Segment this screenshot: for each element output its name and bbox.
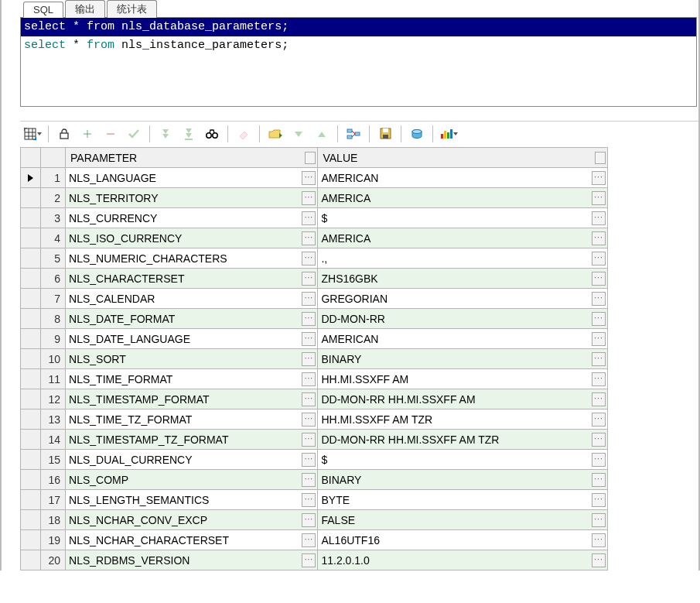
grid-header-value[interactable]: VALUE — [318, 148, 608, 168]
cell-parameter[interactable]: NLS_CHARACTERSET··· — [66, 269, 318, 289]
row-marker[interactable] — [21, 208, 41, 228]
table-row[interactable]: 20NLS_RDBMS_VERSION···11.2.0.1.0··· — [21, 550, 608, 570]
cell-parameter[interactable]: NLS_DATE_LANGUAGE··· — [66, 329, 318, 349]
cell-editor-button[interactable]: ··· — [592, 513, 606, 527]
cell-parameter[interactable]: NLS_SORT··· — [66, 349, 318, 369]
cell-editor-button[interactable]: ··· — [592, 292, 606, 306]
grid-header-parameter[interactable]: PARAMETER — [66, 148, 318, 168]
cell-editor-button[interactable]: ··· — [302, 252, 316, 266]
row-marker[interactable] — [21, 430, 41, 450]
cell-value[interactable]: BYTE··· — [318, 490, 608, 510]
cell-editor-button[interactable]: ··· — [302, 352, 316, 366]
cell-parameter[interactable]: NLS_NUMERIC_CHARACTERS··· — [66, 248, 318, 269]
cell-editor-button[interactable]: ··· — [592, 352, 606, 366]
refresh-button[interactable] — [406, 124, 428, 144]
cell-editor-button[interactable]: ··· — [592, 252, 606, 266]
cell-editor-button[interactable]: ··· — [592, 533, 606, 547]
cell-parameter[interactable]: NLS_LANGUAGE··· — [66, 168, 318, 188]
cell-parameter[interactable]: NLS_TIME_FORMAT··· — [66, 369, 318, 389]
cell-editor-button[interactable]: ··· — [592, 272, 606, 286]
cell-value[interactable]: $··· — [318, 450, 608, 470]
tab-stats[interactable]: 统计表 — [107, 0, 157, 18]
cell-editor-button[interactable]: ··· — [592, 493, 606, 507]
cell-parameter[interactable]: NLS_LENGTH_SEMANTICS··· — [66, 490, 318, 510]
column-resize-handle[interactable] — [305, 152, 316, 164]
cell-editor-button[interactable]: ··· — [302, 171, 316, 185]
cell-value[interactable]: 11.2.0.1.0··· — [318, 550, 608, 570]
cell-parameter[interactable]: NLS_DUAL_CURRENCY··· — [66, 450, 318, 470]
row-marker[interactable] — [21, 490, 41, 510]
fetch-next-button[interactable] — [155, 124, 176, 144]
linked-query-button[interactable] — [343, 124, 364, 144]
row-marker[interactable] — [21, 409, 41, 430]
cell-value[interactable]: BINARY··· — [318, 349, 608, 369]
row-marker[interactable] — [21, 168, 41, 188]
cell-parameter[interactable]: NLS_NCHAR_CHARACTERSET··· — [66, 530, 318, 550]
cell-editor-button[interactable]: ··· — [302, 553, 316, 567]
table-row[interactable]: 10NLS_SORT···BINARY··· — [21, 349, 608, 369]
cell-parameter[interactable]: NLS_DATE_FORMAT··· — [66, 309, 318, 329]
cell-editor-button[interactable]: ··· — [592, 211, 606, 225]
clear-button[interactable] — [233, 124, 254, 144]
row-marker[interactable] — [21, 550, 41, 570]
cell-editor-button[interactable]: ··· — [592, 332, 606, 346]
cell-parameter[interactable]: NLS_TIME_TZ_FORMAT··· — [66, 409, 318, 430]
cell-value[interactable]: DD-MON-RR··· — [318, 309, 608, 329]
cell-editor-button[interactable]: ··· — [592, 433, 606, 447]
cell-editor-button[interactable]: ··· — [302, 292, 316, 306]
table-row[interactable]: 19NLS_NCHAR_CHARACTERSET···AL16UTF16··· — [21, 530, 608, 550]
cell-value[interactable]: GREGORIAN··· — [318, 289, 608, 309]
row-marker[interactable] — [21, 530, 41, 550]
cell-value[interactable]: AMERICA··· — [318, 188, 608, 208]
cell-editor-button[interactable]: ··· — [302, 332, 316, 346]
table-row[interactable]: 7NLS_CALENDAR···GREGORIAN··· — [21, 289, 608, 309]
column-resize-handle[interactable] — [595, 152, 606, 164]
cell-editor-button[interactable]: ··· — [302, 312, 316, 326]
tab-output[interactable]: 输出 — [65, 0, 105, 18]
cell-editor-button[interactable]: ··· — [302, 473, 316, 487]
row-marker[interactable] — [21, 228, 41, 248]
table-row[interactable]: 6NLS_CHARACTERSET···ZHS16GBK··· — [21, 269, 608, 289]
cell-parameter[interactable]: NLS_CALENDAR··· — [66, 289, 318, 309]
cell-editor-button[interactable]: ··· — [302, 231, 316, 245]
row-marker[interactable] — [21, 389, 41, 409]
cell-editor-button[interactable]: ··· — [592, 191, 606, 205]
cell-editor-button[interactable]: ··· — [592, 231, 606, 245]
find-button[interactable] — [201, 124, 223, 144]
sql-editor[interactable]: select * from nls_database_parameters; s… — [20, 17, 697, 107]
cell-parameter[interactable]: NLS_COMP··· — [66, 470, 318, 490]
cell-parameter[interactable]: NLS_NCHAR_CONV_EXCP··· — [66, 510, 318, 530]
cell-editor-button[interactable]: ··· — [592, 171, 606, 185]
sql-line-1[interactable]: select * from nls_database_parameters; — [21, 18, 696, 36]
query-by-example-button[interactable] — [265, 124, 286, 144]
table-row[interactable]: 14NLS_TIMESTAMP_TZ_FORMAT···DD-MON-RR HH… — [21, 430, 608, 450]
cell-parameter[interactable]: NLS_TIMESTAMP_TZ_FORMAT··· — [66, 430, 318, 450]
table-row[interactable]: 8NLS_DATE_FORMAT···DD-MON-RR··· — [21, 309, 608, 329]
row-marker[interactable] — [21, 269, 41, 289]
cell-parameter[interactable]: NLS_RDBMS_VERSION··· — [66, 550, 318, 570]
cell-parameter[interactable]: NLS_ISO_CURRENCY··· — [66, 228, 318, 248]
table-row[interactable]: 16NLS_COMP···BINARY··· — [21, 470, 608, 490]
row-marker[interactable] — [21, 470, 41, 490]
cell-editor-button[interactable]: ··· — [302, 191, 316, 205]
save-button[interactable] — [374, 124, 396, 144]
row-marker[interactable] — [21, 188, 41, 208]
add-row-button[interactable] — [77, 124, 98, 144]
cell-editor-button[interactable]: ··· — [592, 312, 606, 326]
row-marker[interactable] — [21, 329, 41, 349]
grid-header-marker[interactable] — [21, 148, 41, 168]
row-marker[interactable] — [21, 510, 41, 530]
cell-value[interactable]: HH.MI.SSXFF AM TZR··· — [318, 409, 608, 430]
table-row[interactable]: 1NLS_LANGUAGE···AMERICAN··· — [21, 168, 608, 188]
table-row[interactable]: 5NLS_NUMERIC_CHARACTERS···.,··· — [21, 248, 608, 269]
table-row[interactable]: 2NLS_TERRITORY···AMERICA··· — [21, 188, 608, 208]
cell-value[interactable]: AMERICAN··· — [318, 329, 608, 349]
nav-up-button[interactable] — [311, 124, 333, 144]
cell-parameter[interactable]: NLS_TIMESTAMP_FORMAT··· — [66, 389, 318, 409]
cell-value[interactable]: ZHS16GBK··· — [318, 269, 608, 289]
cell-value[interactable]: BINARY··· — [318, 470, 608, 490]
row-marker[interactable] — [21, 289, 41, 309]
sql-line-2[interactable]: select * from nls_instance_parameters; — [21, 36, 696, 55]
grid-options-button[interactable] — [22, 124, 43, 144]
cell-editor-button[interactable]: ··· — [302, 392, 316, 406]
